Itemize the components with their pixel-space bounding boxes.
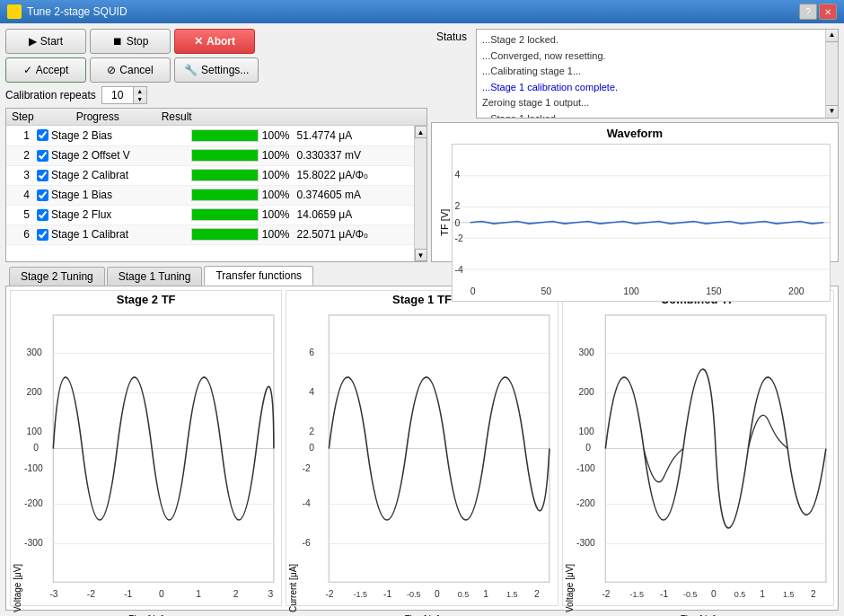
svg-text:200: 200 <box>27 387 42 397</box>
svg-text:-1.5: -1.5 <box>629 590 644 599</box>
svg-text:100: 100 <box>27 427 42 436</box>
svg-text:3: 3 <box>268 589 273 599</box>
app-icon: ⚡ <box>7 4 22 19</box>
abort-button[interactable]: ✕ Abort <box>174 29 255 54</box>
row-num: 4 <box>6 185 33 205</box>
svg-text:2: 2 <box>534 589 540 599</box>
title-bar: ⚡ Tune 2-stage SQUID ? ✕ <box>0 0 844 23</box>
waveform-chart: 4 2 0 -2 -4 0 50 100 150 200 <box>452 144 831 302</box>
chart-combinedtf-svg: 300 200 100 0 -100 -200 -300 <box>576 308 831 612</box>
stop-button[interactable]: ⏹ Stop <box>90 29 171 54</box>
row-checkbox[interactable] <box>37 229 48 241</box>
svg-text:150: 150 <box>706 286 722 296</box>
svg-text:0: 0 <box>455 217 461 228</box>
row-result: 0.374605 mA <box>294 185 415 205</box>
row-step-cell: Stage 2 Calibrat <box>33 165 188 185</box>
row-progress-pct: 100% <box>262 228 290 241</box>
tab-stage2-tuning[interactable]: Stage 2 Tuning <box>9 267 105 286</box>
col-progress: Progress <box>40 109 156 126</box>
status-line: ...Stage 1 calibration complete. <box>482 80 832 96</box>
svg-text:300: 300 <box>578 348 593 357</box>
row-progress-pct: 100% <box>262 208 290 221</box>
close-button[interactable]: ✕ <box>819 4 837 20</box>
accept-button[interactable]: ✓ Accept <box>5 57 86 83</box>
waveform-y-label: TF [V] <box>439 144 450 302</box>
row-result: 22.5071 μA/Φ₀ <box>294 224 415 244</box>
row-step-name: Stage 2 Flux <box>51 208 111 221</box>
cancel-button[interactable]: ⊘ Cancel <box>90 57 171 83</box>
row-step-name: Stage 1 Bias <box>51 189 112 201</box>
svg-text:-4: -4 <box>303 498 311 508</box>
row-checkbox[interactable] <box>37 170 48 181</box>
svg-text:0.5: 0.5 <box>458 590 470 599</box>
svg-text:0: 0 <box>310 443 315 453</box>
scrollbar-up[interactable]: ▲ <box>415 126 427 138</box>
row-progress-cell: 100% <box>188 145 294 165</box>
tab-stage1-tuning[interactable]: Stage 1 Tuning <box>107 267 203 286</box>
help-button[interactable]: ? <box>799 4 817 20</box>
status-scrollbar-up[interactable]: ▲ <box>826 30 838 42</box>
col-result: Result <box>156 109 426 126</box>
svg-text:-1.5: -1.5 <box>354 590 368 599</box>
scrollbar-down[interactable]: ▼ <box>415 249 427 261</box>
row-result: 51.4774 μA <box>294 126 415 145</box>
start-button[interactable]: ▶ Start <box>5 29 86 54</box>
row-checkbox[interactable] <box>37 189 48 201</box>
row-step-name: Stage 1 Calibrat <box>51 228 128 241</box>
waveform-title: Waveform <box>432 123 838 144</box>
table-row: 2 Stage 2 Offset V 100% 0.330337 mV <box>6 145 414 165</box>
svg-text:4: 4 <box>455 169 461 180</box>
status-scrollbar-down[interactable]: ▼ <box>826 105 838 118</box>
row-num: 3 <box>6 165 33 185</box>
svg-text:0: 0 <box>585 443 591 453</box>
row-progress-cell: 100% <box>188 185 294 205</box>
svg-text:200: 200 <box>578 387 593 397</box>
row-checkbox[interactable] <box>37 209 48 221</box>
row-progress-pct: 100% <box>262 169 290 181</box>
svg-text:-2: -2 <box>326 589 334 599</box>
svg-text:100: 100 <box>578 427 593 436</box>
calibration-repeats-input[interactable] <box>101 86 133 104</box>
table-row: 6 Stage 1 Calibrat 100% 22.5071 μA/Φ₀ <box>6 224 414 244</box>
chart-stage2tf-svg: 300 200 100 0 -100 -200 -300 -3 -2 <box>24 308 279 612</box>
row-num: 6 <box>6 224 33 244</box>
row-step-cell: Stage 2 Flux <box>33 205 188 224</box>
row-step-cell: Stage 2 Offset V <box>33 145 188 165</box>
svg-text:0.5: 0.5 <box>734 590 745 599</box>
svg-text:2: 2 <box>811 589 816 599</box>
svg-text:0: 0 <box>33 443 39 453</box>
svg-text:1.5: 1.5 <box>506 590 518 599</box>
row-step-cell: Stage 2 Bias <box>33 126 188 145</box>
play-icon: ▶ <box>29 35 37 48</box>
svg-text:-300: -300 <box>24 538 43 548</box>
row-num: 5 <box>6 205 33 224</box>
check-icon: ✓ <box>23 64 32 76</box>
row-step-name: Stage 2 Bias <box>51 129 112 142</box>
svg-text:-2: -2 <box>87 589 95 599</box>
svg-text:4: 4 <box>310 387 315 397</box>
table-row: 1 Stage 2 Bias 100% 51.4774 μA <box>6 126 414 145</box>
svg-text:-200: -200 <box>24 498 43 508</box>
chart-stage2tf-ylabel: Voltage [μV] <box>13 308 22 612</box>
tab-transfer-functions[interactable]: Transfer functions <box>204 266 313 286</box>
svg-text:-2: -2 <box>303 463 311 473</box>
status-line: ...Calibrating stage 1... <box>482 64 832 80</box>
status-line: ...Converged, now resetting. <box>482 48 832 65</box>
spinbox-up-arrow[interactable]: ▲ <box>134 87 146 95</box>
row-progress-cell: 100% <box>188 224 294 244</box>
scrollbar-track[interactable] <box>415 138 426 249</box>
settings-button[interactable]: 🔧 Settings... <box>174 57 259 83</box>
status-line: ...Stage 2 locked. <box>482 32 832 48</box>
abort-icon: ✕ <box>194 35 203 48</box>
row-checkbox[interactable] <box>37 150 48 162</box>
svg-text:-2: -2 <box>455 233 463 243</box>
spinbox-down-arrow[interactable]: ▼ <box>134 95 146 103</box>
chart-stage2tf-title: Stage 2 TF <box>117 293 176 306</box>
svg-text:1: 1 <box>484 589 489 599</box>
row-progress-cell: 100% <box>188 205 294 224</box>
calibration-label: Calibration repeats <box>5 89 96 101</box>
row-num: 2 <box>6 145 33 165</box>
svg-text:-100: -100 <box>576 463 595 473</box>
svg-text:2: 2 <box>233 589 239 599</box>
row-checkbox[interactable] <box>37 129 48 141</box>
